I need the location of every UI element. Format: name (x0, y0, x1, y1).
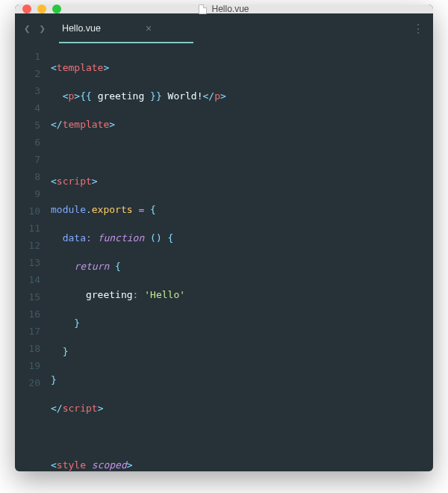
code-line[interactable]: <p>{{ greeting }} World!</p> (51, 87, 433, 105)
close-window-button[interactable] (22, 4, 31, 13)
code-line[interactable]: greeting: 'Hello' (51, 286, 433, 303)
tab-hello-vue[interactable]: Hello.vue × (59, 13, 155, 43)
zoom-window-button[interactable] (52, 4, 61, 13)
nav-forward-icon[interactable]: ❯ (39, 22, 45, 34)
traffic-lights (22, 4, 61, 13)
line-number: 18 (15, 340, 40, 357)
tab-bar: ❮ ❯ Hello.vue × ⋮ (15, 13, 433, 43)
line-number: 7 (15, 151, 40, 168)
code-line[interactable]: } (51, 371, 433, 388)
line-number: 3 (15, 82, 40, 99)
code-line[interactable]: <template> (51, 59, 433, 76)
code-line[interactable]: </script> (51, 400, 433, 417)
tab-active-underline (59, 42, 193, 43)
line-number: 5 (15, 117, 40, 134)
line-number: 16 (15, 306, 40, 323)
file-icon (199, 4, 207, 14)
editor-window: Hello.vue ❮ ❯ Hello.vue × ⋮ 1 2 3 4 5 6 … (15, 4, 433, 471)
code-line[interactable] (51, 428, 433, 445)
line-number: 19 (15, 357, 40, 374)
line-number: 15 (15, 288, 40, 306)
code-line[interactable]: return { (51, 258, 433, 275)
code-line[interactable]: data: function () { (51, 229, 433, 246)
line-number: 4 (15, 99, 40, 117)
titlebar: Hello.vue (15, 4, 433, 13)
code-content[interactable]: <template> <p>{{ greeting }} World!</p> … (51, 48, 433, 471)
code-line[interactable]: } (51, 343, 433, 360)
line-number: 1 (15, 48, 40, 65)
line-number: 12 (15, 237, 40, 254)
tab-overflow-icon[interactable]: ⋮ (412, 22, 424, 36)
nav-back-icon[interactable]: ❮ (24, 22, 30, 34)
tab-label: Hello.vue (62, 23, 101, 34)
code-line[interactable]: <style scoped> (51, 456, 433, 471)
line-number: 20 (15, 374, 40, 391)
line-number: 13 (15, 254, 40, 271)
window-title: Hello.vue (211, 4, 249, 14)
line-number: 17 (15, 323, 40, 340)
code-line[interactable] (51, 144, 433, 161)
code-line[interactable]: } (51, 314, 433, 332)
line-number: 6 (15, 134, 40, 151)
line-number: 9 (15, 185, 40, 202)
line-number: 11 (15, 220, 40, 237)
code-line[interactable]: <script> (51, 173, 433, 190)
line-number: 14 (15, 271, 40, 288)
nav-arrows: ❮ ❯ (24, 22, 46, 34)
minimize-window-button[interactable] (37, 4, 46, 13)
line-gutter: 1 2 3 4 5 6 7 8 9 10 11 12 13 14 15 16 1… (15, 48, 51, 471)
tab-close-icon[interactable]: × (146, 22, 152, 34)
line-number: 2 (15, 65, 40, 82)
code-line[interactable]: </template> (51, 116, 433, 133)
line-number: 10 (15, 202, 40, 220)
code-line[interactable]: module.exports = { (51, 201, 433, 218)
line-number: 8 (15, 168, 40, 185)
editor-area[interactable]: 1 2 3 4 5 6 7 8 9 10 11 12 13 14 15 16 1… (15, 43, 433, 471)
